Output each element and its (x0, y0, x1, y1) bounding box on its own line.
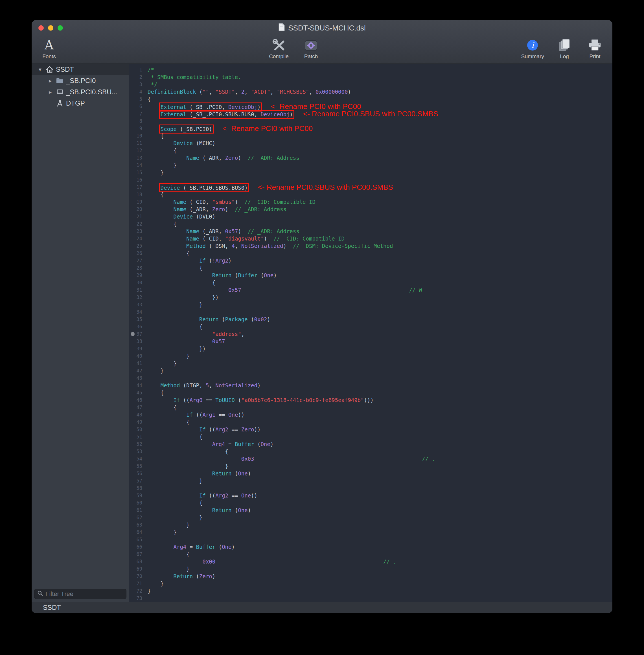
patch-button[interactable]: Patch (301, 38, 321, 60)
code-line[interactable]: { (147, 147, 613, 154)
code-line[interactable] (147, 308, 613, 316)
code-line[interactable]: { (147, 389, 613, 397)
summary-button[interactable]: i Summary (521, 38, 544, 60)
code-line[interactable]: }) (147, 345, 613, 352)
code-line[interactable]: Return (Buffer (One) (147, 272, 613, 279)
titlebar: SSDT-SBUS-MCHC.dsl (31, 20, 613, 36)
code-line[interactable]: Method (DTGP, 5, NotSerialized) (147, 382, 613, 389)
sidebar-item-dtgp[interactable]: DTGP (31, 98, 129, 109)
code-line[interactable]: { (147, 220, 613, 228)
sidebar-item-ssdt[interactable]: ▾SSDT (31, 64, 129, 75)
sidebar-item-sb-pci0-sbu[interactable]: ▸_SB.PCI0.SBU... (31, 86, 129, 98)
filter-input[interactable] (45, 590, 123, 598)
code-line[interactable]: Device (DVL0) (147, 213, 613, 220)
disclosure-down-icon[interactable]: ▾ (36, 66, 45, 73)
code-line[interactable]: Name (_CID, "smbus") // _CID: Compatible… (147, 198, 613, 206)
code-line[interactable]: * SMBus compatibility table. (147, 73, 613, 81)
code-line[interactable]: */ (147, 81, 613, 88)
code-line[interactable]: } (147, 367, 613, 375)
code-area[interactable]: /* * SMBus compatibility table. */Defini… (144, 64, 613, 602)
code-line[interactable]: } (147, 580, 613, 587)
code-line[interactable]: { (147, 264, 613, 272)
sidebar-item-sb-pci0[interactable]: ▸_SB.PCI0 (31, 75, 129, 86)
code-line[interactable]: /* (147, 66, 613, 73)
code-line[interactable]: { (147, 419, 613, 426)
code-line[interactable]: } (147, 301, 613, 308)
code-line[interactable]: Return (One) (147, 506, 613, 514)
code-line[interactable]: { (147, 404, 613, 411)
code-line[interactable]: }) (147, 294, 613, 301)
code-line[interactable]: 0x03 // . (147, 455, 613, 462)
disclosure-right-icon[interactable]: ▸ (46, 89, 55, 95)
code-line[interactable]: Device (_SB.PCI0.SBUS.BUS0)<- Rename PCI… (147, 183, 613, 191)
code-line[interactable] (147, 594, 613, 602)
line-number: 73 (129, 594, 144, 602)
code-line[interactable]: } (147, 565, 613, 572)
code-line[interactable]: If ((Arg1 == One)) (147, 411, 613, 419)
code-line[interactable]: { (147, 279, 613, 286)
code-line[interactable]: } (147, 462, 613, 470)
code-line[interactable]: Return (One) (147, 470, 613, 477)
code-line[interactable]: Name (_ADR, 0x57) // _ADR: Address (147, 228, 613, 235)
code-line[interactable]: } (147, 161, 613, 169)
toolbar: A Fonts Compile (31, 36, 613, 64)
code-line[interactable]: Name (_ADR, Zero) // _ADR: Address (147, 154, 613, 161)
code-line[interactable]: "address", (147, 330, 613, 338)
code-line[interactable]: Return (Zero) (147, 572, 613, 580)
code-line[interactable]: } (147, 514, 613, 521)
line-number: 59 (129, 492, 144, 499)
code-line[interactable]: 0x00 // . (147, 558, 613, 565)
code-line[interactable]: { (147, 132, 613, 139)
line-number: 12 (129, 147, 144, 154)
zoom-button[interactable] (58, 25, 63, 31)
code-line[interactable]: { (147, 323, 613, 330)
code-line[interactable]: { (147, 550, 613, 558)
code-line[interactable]: If (!Arg2) (147, 257, 613, 264)
code-line[interactable]: } (147, 477, 613, 484)
code-line[interactable]: Method (_DSM, 4, NotSerialized) // _DSM:… (147, 242, 613, 250)
code-line[interactable]: If ((Arg2 == Zero)) (147, 426, 613, 433)
code-line[interactable]: { (147, 433, 613, 441)
code-line[interactable]: 0x57 // W (147, 286, 613, 294)
code-line[interactable]: } (147, 352, 613, 360)
disclosure-right-icon[interactable]: ▸ (46, 77, 55, 84)
code-line[interactable]: Scope (_SB.PCI0)<- Rename PCI0 with PC00 (147, 125, 613, 132)
code-line[interactable]: 0x57 (147, 338, 613, 345)
code-line[interactable] (147, 117, 613, 125)
code-editor[interactable]: 1234567891011121314151617181920212223242… (129, 64, 613, 602)
code-line[interactable] (147, 536, 613, 543)
code-line[interactable]: Arg4 = Buffer (One) (147, 441, 613, 448)
code-line[interactable]: If ((Arg0 == ToUUID ("a0b5b7c6-1318-441c… (147, 397, 613, 404)
compile-button[interactable]: Compile (269, 38, 289, 60)
code-line[interactable]: { (147, 95, 613, 103)
code-line[interactable]: If ((Arg2 == One)) (147, 492, 613, 499)
log-button[interactable]: Log (554, 38, 575, 60)
code-line[interactable]: Device (MCHC) (147, 139, 613, 147)
code-line[interactable]: External (_SB_.PCI0.SBUS.BUS0, DeviceObj… (147, 110, 613, 117)
code-line[interactable] (147, 375, 613, 382)
code-line[interactable]: Return (Package (0x02) (147, 316, 613, 323)
code-line[interactable]: { (147, 250, 613, 257)
code-line[interactable]: } (147, 360, 613, 367)
code-line[interactable]: } (147, 521, 613, 528)
code-line[interactable]: External (_SB_.PCI0, DeviceObj)<- Rename… (147, 103, 613, 110)
code-line[interactable]: Name (_ADR, Zero) // _ADR: Address (147, 206, 613, 213)
minimize-button[interactable] (48, 25, 53, 31)
code-line[interactable] (147, 176, 613, 183)
code-line[interactable]: } (147, 169, 613, 176)
code-line[interactable]: { (147, 499, 613, 506)
sidebar-item-label: DTGP (66, 99, 85, 107)
close-button[interactable] (38, 25, 44, 31)
fonts-button[interactable]: A Fonts (39, 38, 59, 60)
code-line[interactable]: Name (_CID, "diagsvault") // _CID: Compa… (147, 235, 613, 242)
code-line[interactable]: } (147, 528, 613, 536)
code-line[interactable] (147, 484, 613, 492)
code-line[interactable]: Arg4 = Buffer (One) (147, 543, 613, 550)
print-button[interactable]: Print (585, 38, 605, 60)
code-line[interactable]: DefinitionBlock ("", "SSDT", 2, "ACDT", … (147, 88, 613, 95)
code-line[interactable]: { (147, 191, 613, 198)
code-line[interactable]: } (147, 587, 613, 594)
code-line[interactable]: { (147, 448, 613, 455)
fonts-label: Fonts (42, 53, 56, 60)
line-number: 54 (129, 455, 144, 462)
